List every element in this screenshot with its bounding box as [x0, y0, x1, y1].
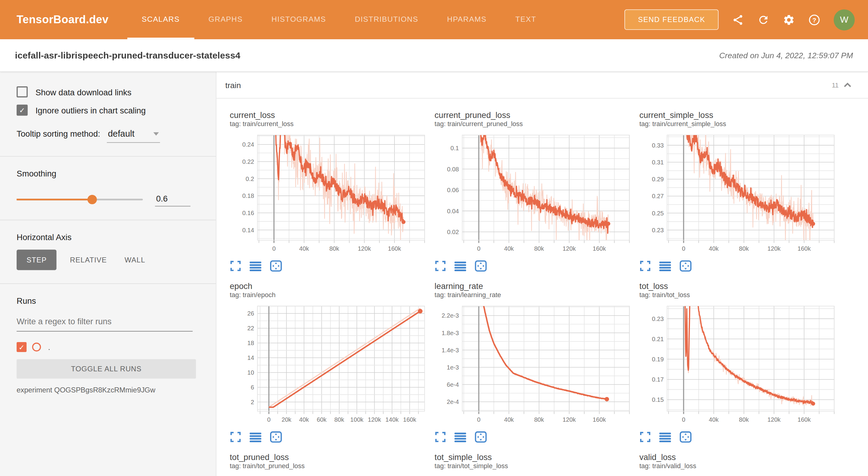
svg-text:0.08: 0.08 — [447, 166, 459, 172]
chart-card-current_loss: current_losstag: train/current_loss0.140… — [230, 109, 429, 272]
fit-domain-icon[interactable] — [270, 260, 282, 272]
chart-toolbar — [640, 431, 839, 443]
checkbox-unchecked-icon[interactable] — [17, 86, 28, 97]
chart-card-valid_loss: valid_losstag: train/valid_loss — [640, 451, 839, 474]
run-checkbox[interactable]: ✓ — [17, 342, 27, 352]
log-scale-icon[interactable] — [659, 260, 672, 272]
settings-icon[interactable] — [783, 13, 795, 26]
svg-text:40k: 40k — [299, 245, 309, 252]
tab-scalars[interactable]: SCALARS — [127, 0, 194, 39]
log-scale-icon[interactable] — [454, 431, 467, 443]
chart-plot[interactable]: 0.140.160.180.20.220.24040k80k120k160k — [230, 132, 429, 256]
refresh-icon[interactable] — [757, 13, 769, 26]
chart-title: learning_rate — [435, 281, 634, 291]
log-scale-icon[interactable] — [659, 431, 672, 443]
svg-text:0.16: 0.16 — [242, 210, 254, 216]
runs-filter-input[interactable] — [17, 314, 192, 331]
step-axis-button[interactable]: STEP — [17, 250, 57, 270]
expand-icon[interactable] — [640, 431, 651, 443]
chart-tag: tag: train/tot_pruned_loss — [230, 462, 429, 471]
svg-text:80k: 80k — [739, 416, 749, 423]
chart-plot[interactable]: 0.150.170.190.210.23040k80k120k160k — [640, 303, 839, 427]
slider-thumb[interactable] — [87, 195, 97, 204]
svg-text:20k: 20k — [282, 416, 291, 423]
svg-text:0.27: 0.27 — [652, 193, 664, 199]
fit-domain-icon[interactable] — [679, 431, 692, 443]
chart-plot[interactable]: 0.230.250.270.290.310.33040k80k120k160k — [640, 132, 839, 256]
chart-plot[interactable]: 261014182226020k40k60k80k100k120k140k160… — [230, 303, 429, 427]
runs-label: Runs — [17, 296, 199, 306]
svg-text:0.14: 0.14 — [242, 227, 254, 233]
chart-tag: tag: train/epoch — [230, 291, 429, 299]
chart-tag: tag: train/current_pruned_loss — [435, 120, 634, 128]
send-feedback-button[interactable]: SEND FEEDBACK — [625, 9, 719, 30]
svg-text:40k: 40k — [299, 416, 309, 423]
log-scale-icon[interactable] — [454, 260, 467, 272]
chart-card-current_simple_loss: current_simple_losstag: train/current_si… — [640, 109, 839, 272]
ignore-outliers-row[interactable]: ✓ Ignore outliers in chart scaling — [17, 105, 199, 116]
tag-group-count: 11 — [832, 81, 839, 89]
experiment-header: icefall-asr-librispeech-pruned-transduce… — [0, 39, 868, 72]
svg-text:80k: 80k — [739, 245, 749, 252]
chart-tag: tag: train/tot_simple_loss — [435, 462, 634, 471]
smoothing-value-input[interactable] — [155, 193, 190, 207]
wall-axis-button[interactable]: WALL — [116, 250, 154, 269]
tooltip-sort-select[interactable]: default — [107, 129, 160, 143]
svg-text:26: 26 — [247, 310, 254, 317]
svg-text:6: 6 — [251, 384, 254, 391]
run-color-swatch — [32, 343, 41, 351]
smoothing-slider[interactable] — [17, 199, 143, 200]
app-logo[interactable]: TensorBoard.dev — [17, 13, 108, 26]
share-icon[interactable] — [732, 13, 744, 26]
experiment-id: experiment QOGSPBgsR8KzcRMmie9JGw — [17, 386, 199, 394]
svg-text:0: 0 — [477, 416, 480, 423]
log-scale-icon[interactable] — [249, 431, 262, 443]
help-icon[interactable]: ? — [808, 13, 820, 26]
expand-icon[interactable] — [230, 260, 242, 272]
avatar[interactable]: W — [834, 9, 855, 30]
fit-domain-icon[interactable] — [474, 260, 487, 272]
svg-text:0.04: 0.04 — [447, 208, 459, 215]
tab-graphs[interactable]: GRAPHS — [194, 0, 257, 39]
log-scale-icon[interactable] — [249, 260, 262, 272]
chart-plot[interactable]: 0.020.040.060.080.1040k80k120k160k — [435, 132, 634, 256]
tag-group-title: train — [225, 81, 241, 89]
svg-text:0.31: 0.31 — [652, 159, 664, 166]
fit-domain-icon[interactable] — [270, 431, 282, 443]
checkbox-label: Show data download links — [35, 87, 131, 97]
svg-text:0.33: 0.33 — [652, 142, 664, 149]
tab-hparams[interactable]: HPARAMS — [433, 0, 501, 39]
expand-icon[interactable] — [640, 260, 651, 272]
svg-text:40k: 40k — [709, 245, 719, 252]
expand-icon[interactable] — [435, 431, 446, 443]
collapse-chevron-icon[interactable] — [843, 82, 851, 88]
chart-card-epoch: epochtag: train/epoch261014182226020k40k… — [230, 281, 429, 443]
expand-icon[interactable] — [435, 260, 446, 272]
checkbox-label: Ignore outliers in chart scaling — [35, 105, 146, 115]
fit-domain-icon[interactable] — [679, 260, 692, 272]
svg-text:0: 0 — [267, 416, 271, 423]
svg-text:120k: 120k — [358, 245, 371, 252]
svg-text:120k: 120k — [563, 416, 576, 423]
tab-histograms[interactable]: HISTOGRAMS — [257, 0, 340, 39]
chart-tag: tag: train/learning_rate — [435, 291, 634, 299]
relative-axis-button[interactable]: RELATIVE — [61, 250, 116, 269]
chart-plot[interactable]: 2e-46e-41e-31.4e-31.8e-32.2e-3040k80k120… — [435, 303, 634, 427]
tab-text[interactable]: TEXT — [501, 0, 551, 39]
fit-domain-icon[interactable] — [474, 431, 487, 443]
svg-text:0.25: 0.25 — [652, 210, 664, 217]
page: TensorBoard.dev SCALARS GRAPHS HISTOGRAM… — [0, 0, 868, 476]
svg-text:?: ? — [812, 16, 816, 23]
chart-toolbar — [640, 260, 839, 272]
checkbox-checked-icon[interactable]: ✓ — [17, 105, 28, 116]
tag-group-header[interactable]: train 11 — [216, 72, 868, 99]
tooltip-sort-value: default — [108, 129, 134, 139]
show-download-links-row[interactable]: Show data download links — [17, 86, 199, 97]
svg-text:120k: 120k — [368, 416, 381, 423]
svg-text:120k: 120k — [768, 416, 781, 423]
toggle-all-runs-button[interactable]: TOGGLE ALL RUNS — [17, 359, 196, 379]
svg-text:40k: 40k — [504, 416, 514, 423]
run-row[interactable]: ✓ . — [17, 342, 199, 352]
tab-distributions[interactable]: DISTRIBUTIONS — [340, 0, 433, 39]
expand-icon[interactable] — [230, 431, 242, 443]
